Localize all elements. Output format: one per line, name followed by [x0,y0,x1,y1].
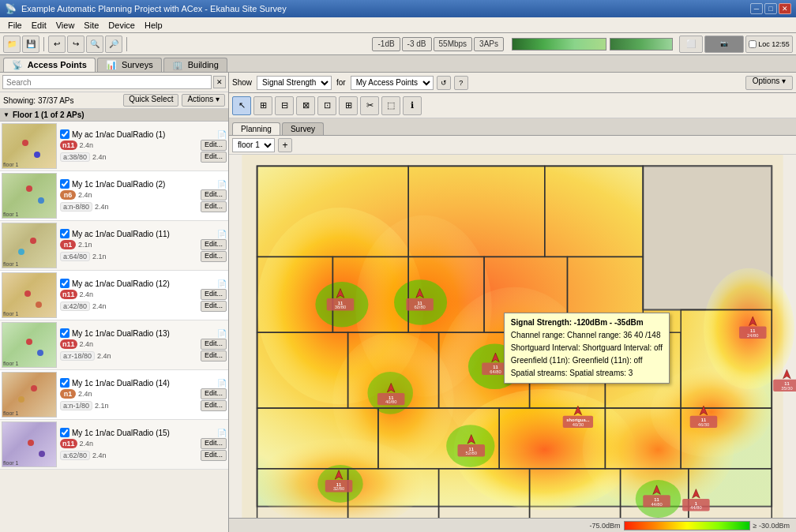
maximize-button[interactable]: □ [764,3,777,14]
ap-4-checkbox[interactable] [60,279,69,288]
toolbar-settings2[interactable]: 📷 [704,36,744,53]
toolbar-option-checkbox[interactable] [749,40,757,48]
actions-button[interactable]: Actions ▾ [182,94,225,107]
svg-text:46/30: 46/30 [698,422,709,427]
ap-1-edit-button[interactable]: Edit... [201,140,227,151]
ap-3-radio1-band: 2.1n [78,241,92,249]
menu-view[interactable]: View [51,18,80,32]
move-tool-button[interactable]: ⊟ [275,96,294,115]
list-item[interactable]: floor 1 My ac 1n/ac DualRadio (12) 📄 n11… [0,271,228,320]
menu-file[interactable]: File [3,18,27,32]
toolbar-undo[interactable]: ↩ [48,36,66,53]
menu-help[interactable]: Help [140,18,167,32]
svg-text:32/80: 32/80 [333,487,344,492]
ap-5-edit2-button[interactable]: Edit... [201,350,227,362]
ap-5-edit-button[interactable]: Edit... [201,339,227,350]
search-input[interactable] [2,75,212,89]
legend-bar: -75.0dBm ≥ -30.0dBm [229,518,796,532]
main-content: ✕ Showing: 37/37 APs Quick Select Action… [0,73,796,532]
toolbar-save[interactable]: 💾 [22,36,39,53]
search-bar: ✕ [0,73,228,92]
ap-6-edit-button[interactable]: Edit... [201,388,227,399]
ap-1-checkbox[interactable] [60,129,69,139]
map-canvas[interactable]: 11 38/80 11 62/80 11 64/80 [229,155,796,518]
left-panel: ✕ Showing: 37/37 APs Quick Select Action… [0,73,229,532]
map-tabs: Planning Survey [229,118,796,136]
show-select[interactable]: Signal Strength Channel Data Rate Interf… [257,76,332,90]
map-toolbar: Show Signal Strength Channel Data Rate I… [229,73,796,93]
add-floor-button[interactable]: + [278,138,292,152]
ap-1-edit2-button[interactable]: Edit... [201,152,227,163]
toolbar-checkbox[interactable]: Loc 12:55 [745,36,793,53]
menu-edit[interactable]: Edit [27,18,51,32]
toolbar-zoom-out[interactable]: 🔎 [105,36,122,53]
menu-site[interactable]: Site [79,18,103,32]
ap-7-edit-button[interactable]: Edit... [201,438,227,449]
ap-2-edit2-button[interactable]: Edit... [201,201,227,212]
toolbar-open[interactable]: 📁 [3,36,21,53]
ap-4-doc-icon: 📄 [217,279,227,288]
list-item[interactable]: floor 1 My 1c 1n/ac DualRadio (2) 📄 n6 2… [0,171,228,221]
list-item[interactable]: floor 1 My 1c 1n/ac DualRadio (13) 📄 n11… [0,320,228,370]
ap-5-checkbox[interactable] [60,328,69,338]
tab-planning[interactable]: Planning [232,122,280,135]
ap-7-radio1-band: 2.4n [80,440,94,448]
toolbar-redo[interactable]: ↪ [67,36,84,53]
menu-device[interactable]: Device [103,18,140,32]
add-ap-button[interactable]: ⊞ [253,96,272,115]
toolbar: 📁 💾 ↩ ↪ 🔍 🔎 -1dB -3 dB 55Mbps 3APs ⬜ 📷 L… [0,33,796,55]
tooltip-channel-value: Channel range: 36 40 /148 [567,331,660,339]
toolbar-settings1[interactable]: ⬜ [679,36,703,53]
minimize-button[interactable]: ─ [750,3,763,14]
ap-3-checkbox[interactable] [60,229,69,238]
ap-7-checkbox[interactable] [60,428,69,437]
map-info-button[interactable]: ? [454,76,468,90]
list-item[interactable]: floor 1 My ac 1n/ac DualRadio (1) 📄 n11 … [0,122,228,171]
tab-building[interactable]: 🏢 Building [163,58,227,72]
ap-2-checkbox[interactable] [60,179,69,189]
ap-3-details: My ac 1n/ac DualRadio (11) 📄 n1 2.1n Edi… [60,229,227,262]
for-select[interactable]: My Access Points All Access Points [351,76,434,90]
ap-1-name: My ac 1n/ac DualRadio (1) [72,130,215,139]
ap-7-edit2-button[interactable]: Edit... [201,450,227,461]
ap-6-doc-icon: 📄 [217,379,227,388]
quick-select-button[interactable]: Quick Select [123,94,178,107]
tab-survey[interactable]: Survey [282,122,324,135]
tab-surveys[interactable]: 📊 Surveys [97,58,162,72]
info-tool-button[interactable]: ℹ [403,96,422,115]
delete-tool-button[interactable]: ⊠ [296,96,315,115]
ap-3-edit2-button[interactable]: Edit... [201,251,227,262]
list-item[interactable]: floor 1 My ac 1n/ac DualRadio (11) 📄 n1 … [0,221,228,271]
options-button[interactable]: Options ▾ [745,76,793,90]
tooltip: Signal Strength: -120dBm - -35dBm Channe… [504,313,670,384]
ap-4-edit-button[interactable]: Edit... [201,289,227,300]
floor-select[interactable]: floor 1 floor 2 [232,138,275,152]
close-button[interactable]: ✕ [779,3,791,14]
ap-4-edit2-button[interactable]: Edit... [201,301,227,312]
ap-6-edit2-button[interactable]: Edit... [201,400,227,411]
ap-2-edit-button[interactable]: Edit... [201,189,227,200]
select-tool-button[interactable]: ↖ [232,96,251,115]
cut-tool-button[interactable]: ✂ [360,96,379,115]
ap-7-radio2-band: 2.4n [92,451,107,459]
ap-5-radio2-band: 2.4n [97,352,111,360]
ap-7-name: My 1c 1n/ac DualRadio (15) [72,429,215,437]
tab-access-points[interactable]: 📡 Access Points [3,58,96,72]
tooltip-shortguard: Shortguard Interval: Shortguard Interval… [511,342,663,354]
copy-tool-button[interactable]: ⊡ [317,96,336,115]
toolbar-zoom-in[interactable]: 🔍 [86,36,103,53]
ap-6-checkbox[interactable] [60,378,69,388]
paste-tool-button[interactable]: ⊞ [339,96,358,115]
zone-tool-button[interactable]: ⬚ [381,96,400,115]
for-label: for [336,78,346,87]
ap-5-details: My 1c 1n/ac DualRadio (13) 📄 n11 2.4n Ed… [60,328,227,362]
map-refresh-button[interactable]: ↺ [437,76,451,90]
toolbar-sep1 [43,37,44,51]
ap-7-thumbnail: floor 1 [2,421,57,467]
list-item[interactable]: floor 1 My 1c 1n/ac DualRadio (14) 📄 n1 … [0,370,228,420]
list-item[interactable]: floor 1 My 1c 1n/ac DualRadio (15) 📄 n11… [0,420,228,470]
ap-3-edit-button[interactable]: Edit... [201,239,227,250]
floor-1-header[interactable]: ▼ Floor 1 (1 of 2 APs) [0,109,228,122]
titlebar-controls: ─ □ ✕ [750,3,791,14]
search-clear-button[interactable]: ✕ [213,76,226,88]
